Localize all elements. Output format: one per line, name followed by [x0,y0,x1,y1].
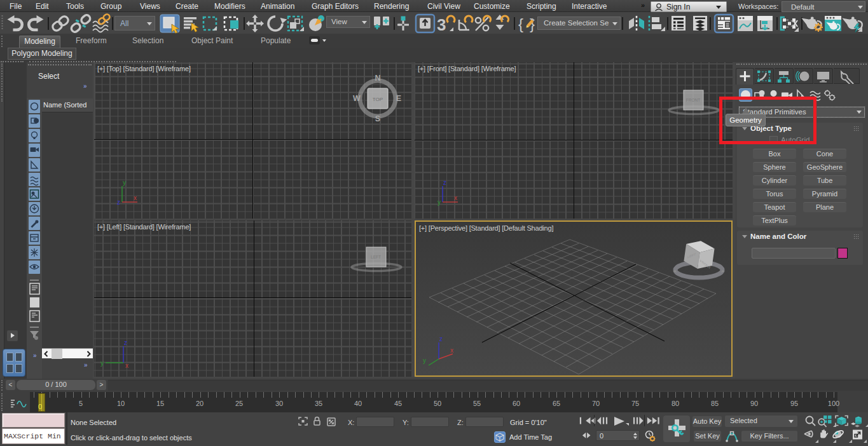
svg-text:z: z [117,199,120,206]
svg-text:E: E [396,94,401,103]
svg-text:N: N [375,74,380,83]
svg-text:z: z [124,340,127,346]
svg-text:TOP: TOP [373,97,383,102]
svg-text:LEFT: LEFT [371,255,381,259]
svg-text:x: x [450,347,453,354]
svg-text:FRONT: FRONT [686,98,700,102]
svg-text:S: S [375,114,380,123]
svg-text:W: W [353,94,361,103]
svg-text:y: y [123,180,126,186]
svg-text:y: y [100,360,104,367]
svg-text:{: { [518,15,523,32]
svg-text:x: x [125,362,128,368]
svg-text:y: y [437,199,441,206]
svg-text:y: y [423,357,426,364]
svg-text:z: z [443,180,446,186]
svg-text:z: z [439,335,443,342]
svg-text:x: x [134,194,137,201]
svg-text:3: 3 [437,15,446,34]
svg-text:x: x [454,194,457,201]
